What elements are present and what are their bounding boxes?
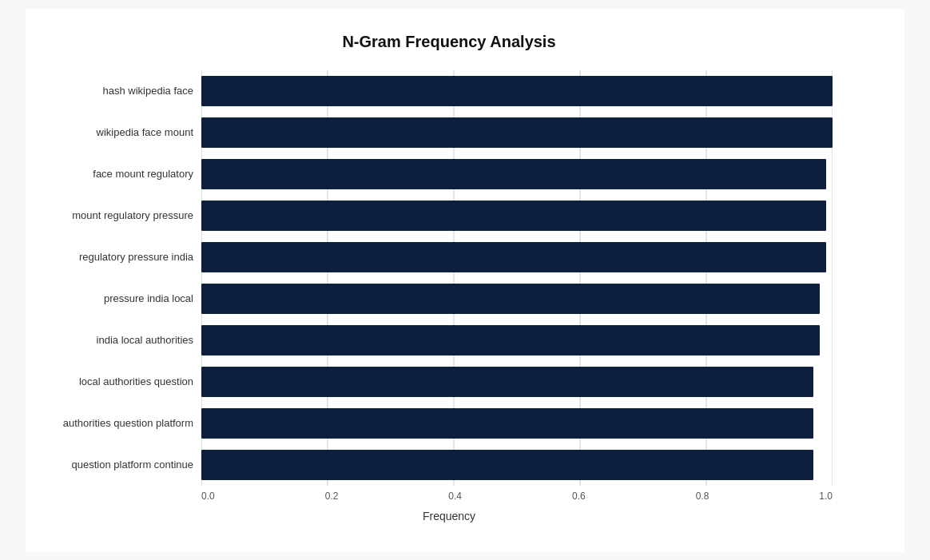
bar <box>201 408 813 439</box>
bar <box>201 284 820 314</box>
bar-label: regulatory pressure india <box>46 251 201 263</box>
x-tick-5: 1.0 <box>819 490 833 502</box>
x-axis-label: Frequency <box>42 510 856 522</box>
bar-row: question platform continue <box>201 444 833 486</box>
bar-label: question platform continue <box>46 459 201 471</box>
bar <box>201 325 820 355</box>
bar <box>201 159 826 189</box>
bar <box>201 76 833 106</box>
x-axis: 0.0 0.2 0.4 0.6 0.8 1.0 <box>201 490 833 502</box>
bar <box>201 367 813 397</box>
chart-title: N-Gram Frequency Analysis <box>42 33 856 51</box>
chart-container: N-Gram Frequency Analysis hash wikipedia… <box>26 9 904 552</box>
bar-row: hash wikipedia face <box>201 70 833 112</box>
x-tick-0: 0.0 <box>201 490 215 502</box>
x-tick-2: 0.4 <box>448 490 462 502</box>
bar-row: regulatory pressure india <box>201 236 833 278</box>
bar <box>201 242 826 272</box>
bar-label: hash wikipedia face <box>46 85 201 97</box>
bar-label: face mount regulatory <box>46 168 201 180</box>
bar-label: wikipedia face mount <box>46 126 201 138</box>
bar-row: authorities question platform <box>201 403 833 444</box>
bar-label: local authorities question <box>46 375 201 387</box>
x-tick-3: 0.6 <box>572 490 586 502</box>
bar-label: pressure india local <box>46 292 201 304</box>
bar-row: face mount regulatory <box>201 153 833 195</box>
x-tick-1: 0.2 <box>325 490 339 502</box>
bar-row: local authorities question <box>201 361 833 403</box>
bar-row: wikipedia face mount <box>201 112 833 153</box>
bar-row: pressure india local <box>201 278 833 320</box>
bar-row: mount regulatory pressure <box>201 195 833 236</box>
bar-label: mount regulatory pressure <box>46 209 201 221</box>
bar-label: authorities question platform <box>46 417 201 429</box>
bars-container: hash wikipedia facewikipedia face mountf… <box>201 70 833 486</box>
bar <box>201 201 826 231</box>
x-tick-4: 0.8 <box>696 490 709 502</box>
bar-label: india local authorities <box>46 334 201 346</box>
bar-row: india local authorities <box>201 320 833 361</box>
bar <box>201 117 833 148</box>
bar <box>201 450 813 480</box>
